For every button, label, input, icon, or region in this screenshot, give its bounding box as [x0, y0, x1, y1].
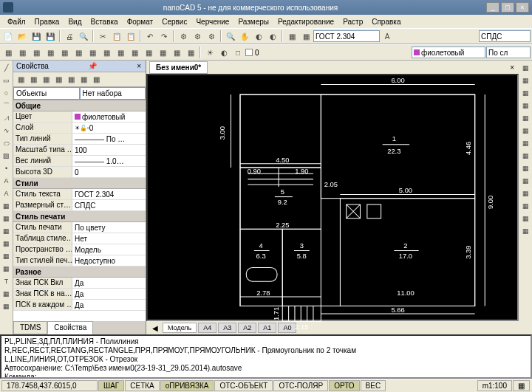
property-row[interactable]: Стиль печатиПо цвету: [13, 222, 146, 233]
sun-icon[interactable]: ☀: [203, 46, 216, 59]
property-category[interactable]: Стиль печати: [13, 211, 146, 222]
status-toggle[interactable]: ОРТО: [329, 380, 359, 391]
prop-tool-icon[interactable]: ▦: [52, 74, 64, 86]
menu-item[interactable]: Вставка: [86, 16, 122, 27]
property-value[interactable]: СПДС: [72, 200, 146, 210]
property-value[interactable]: Да: [72, 300, 146, 310]
polyline-icon[interactable]: ⩘: [1, 112, 13, 124]
spline-icon[interactable]: ∿: [1, 125, 13, 137]
property-value[interactable]: 0: [72, 167, 146, 177]
tool-icon[interactable]: ▦: [72, 46, 85, 59]
tool-icon[interactable]: ▦: [1, 225, 13, 237]
tool-icon[interactable]: ◐: [266, 30, 279, 43]
tool-icon[interactable]: ▦: [285, 30, 299, 43]
tool-icon[interactable]: ▦: [1, 263, 13, 275]
tool-icon[interactable]: ▦: [1, 238, 13, 250]
menu-item[interactable]: Формат: [123, 16, 158, 27]
tool-icon[interactable]: ▦: [519, 100, 531, 111]
tool-icon[interactable]: ⚙: [177, 30, 190, 43]
tool-icon[interactable]: ◐: [217, 46, 231, 59]
tool-icon[interactable]: ▦: [30, 46, 43, 59]
tool-icon[interactable]: ▦: [16, 46, 29, 59]
menu-item[interactable]: Справка: [367, 16, 405, 27]
property-value[interactable]: 100: [72, 145, 146, 155]
rect-icon[interactable]: ▭: [1, 75, 13, 86]
document-tab[interactable]: Без имени0*: [149, 61, 208, 74]
text-icon[interactable]: A: [1, 175, 13, 187]
properties-tab[interactable]: Свойства: [47, 321, 93, 334]
property-row[interactable]: Пространство …Модель: [13, 244, 146, 255]
property-row[interactable]: Тип линий———— По …: [13, 134, 146, 145]
tool-icon[interactable]: T: [1, 275, 13, 287]
tool-icon[interactable]: ▦: [58, 46, 71, 59]
tool-icon[interactable]: ▦: [519, 75, 531, 86]
property-row[interactable]: Тип стилей печ…Недоступно: [13, 255, 146, 267]
close-button[interactable]: ×: [516, 2, 529, 13]
minimize-button[interactable]: _: [486, 2, 499, 13]
open-icon[interactable]: 📂: [16, 30, 29, 43]
tool-icon[interactable]: ▦: [86, 46, 99, 59]
property-value[interactable]: ———— 1.0…: [72, 156, 146, 166]
property-value[interactable]: ———— По …: [72, 134, 146, 144]
tool-icon[interactable]: ⚙: [205, 30, 218, 43]
tab-close-icon[interactable]: ×: [508, 62, 516, 73]
tool-icon[interactable]: A: [381, 30, 394, 43]
drawing-canvas[interactable]: 1 22.3 5 9.2 4 6.3 3: [146, 74, 519, 321]
linetype-combo[interactable]: По сл: [486, 47, 531, 58]
tool-icon[interactable]: ▦: [519, 62, 531, 74]
dimstyle-combo[interactable]: СПДС: [479, 30, 531, 42]
circle-icon[interactable]: ○: [1, 87, 13, 99]
prop-tool-icon[interactable]: ▦: [40, 74, 52, 86]
tool-icon[interactable]: ▦: [1, 300, 13, 312]
tool-icon[interactable]: □: [231, 46, 245, 59]
prop-tool-icon[interactable]: ▦: [27, 74, 39, 86]
print-icon[interactable]: 🖨: [63, 30, 76, 43]
maximize-button[interactable]: □: [501, 2, 514, 13]
status-toggle[interactable]: оПРИВЯЗКА: [160, 380, 214, 391]
color-swatch[interactable]: [245, 49, 253, 56]
property-value[interactable]: По цвету: [72, 222, 146, 233]
property-value[interactable]: ☀🔓▫0: [72, 123, 146, 133]
tool-icon[interactable]: ▦: [1, 46, 15, 59]
property-row[interactable]: Таблица стиле…Нет: [13, 233, 146, 244]
paste-icon[interactable]: 📋: [124, 30, 137, 43]
command-line[interactable]: PL,PLINE,3Д,ПЛ,ПЛИНИЯ - ПолилинияR,REC,R…: [0, 334, 532, 379]
tool-icon[interactable]: ▦: [1, 288, 13, 300]
property-value[interactable]: ГОСТ 2.304: [72, 189, 146, 199]
property-row[interactable]: Знак ПСК в на…Да: [13, 289, 146, 300]
preview-icon[interactable]: 🔍: [77, 30, 90, 43]
tool-icon[interactable]: ▦: [519, 125, 531, 137]
tool-icon[interactable]: ▦: [519, 200, 531, 212]
property-row[interactable]: Знак ПСК ВклДа: [13, 278, 146, 289]
selection-type[interactable]: Объекты: [13, 87, 80, 100]
redo-icon[interactable]: ↷: [157, 30, 171, 43]
tool-icon[interactable]: ▦: [1, 200, 13, 212]
tool-icon[interactable]: ▦: [519, 112, 531, 124]
property-row[interactable]: Вес линий———— 1.0…: [13, 156, 146, 167]
menu-item[interactable]: Правка: [30, 16, 64, 27]
undo-icon[interactable]: ↶: [143, 30, 157, 43]
tool-icon[interactable]: ▦: [519, 87, 531, 99]
tool-icon[interactable]: ▦: [519, 137, 531, 149]
tool-icon[interactable]: ▦: [299, 30, 313, 43]
status-toggle[interactable]: ВЕС: [361, 380, 386, 391]
property-value[interactable]: Да: [72, 289, 146, 299]
tool-icon[interactable]: ▦: [170, 46, 183, 59]
property-row[interactable]: Масштаб типа …100: [13, 145, 146, 156]
point-icon[interactable]: •: [1, 162, 13, 174]
status-toggle[interactable]: ШАГ: [98, 380, 124, 391]
tool-icon[interactable]: ▦: [184, 46, 197, 59]
menu-item[interactable]: Файл: [3, 16, 30, 27]
mtext-icon[interactable]: A: [1, 188, 13, 199]
property-category[interactable]: Стили: [13, 178, 146, 189]
prop-tool-icon[interactable]: ▦: [78, 74, 89, 86]
property-category[interactable]: Разное: [13, 267, 146, 278]
tool-icon[interactable]: ▦: [156, 46, 169, 59]
ellipse-icon[interactable]: ⬭: [1, 137, 13, 149]
menu-item[interactable]: Редактирование: [273, 16, 338, 27]
tool-icon[interactable]: ▦: [519, 175, 531, 187]
tool-icon[interactable]: ▦: [44, 46, 57, 59]
tool-icon[interactable]: ⚙: [191, 30, 204, 43]
menu-item[interactable]: Растр: [338, 16, 367, 27]
prop-tool-icon[interactable]: ▦: [90, 74, 102, 86]
